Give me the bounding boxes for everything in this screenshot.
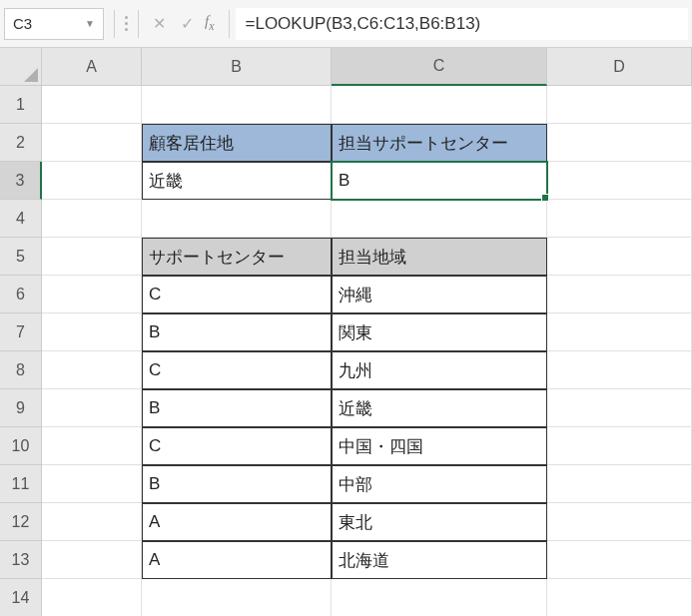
cell-A14[interactable]	[42, 579, 142, 616]
cell-C14[interactable]	[332, 579, 547, 616]
cell-B10[interactable]: C	[142, 427, 332, 465]
row-header-3[interactable]: 3	[0, 162, 42, 200]
cell-D14[interactable]	[547, 579, 692, 616]
cell-C2[interactable]: 担当サポートセンター	[332, 124, 547, 162]
row-header-11[interactable]: 11	[0, 465, 42, 503]
cell-B4[interactable]	[142, 200, 332, 238]
col-header-B[interactable]: B	[142, 48, 332, 86]
enter-formula-button[interactable]: ✓	[173, 10, 201, 38]
cell-B12[interactable]: A	[142, 503, 332, 541]
cell-C5[interactable]: 担当地域	[332, 238, 547, 276]
cell-B11[interactable]: B	[142, 465, 332, 503]
formula-bar: C3 ▼ ✕ ✓ fx =LOOKUP(B3,C6:C13,B6:B13)	[0, 0, 692, 48]
cell-B6[interactable]: C	[142, 276, 332, 313]
cell-B8[interactable]: C	[142, 351, 332, 389]
cell-C1[interactable]	[332, 86, 547, 124]
cell-D11[interactable]	[547, 465, 692, 503]
cell-B1[interactable]	[142, 86, 332, 124]
row-header-13[interactable]: 13	[0, 541, 42, 579]
cell-A13[interactable]	[42, 541, 142, 579]
cell-B5[interactable]: サポートセンター	[142, 238, 332, 276]
col-header-A[interactable]: A	[42, 48, 142, 86]
spreadsheet-grid: A B C D 1 2 顧客居住地 担当サポートセンター 3 近畿 B 4 5 …	[0, 48, 692, 616]
cell-C6[interactable]: 沖縄	[332, 276, 547, 313]
cell-D1[interactable]	[547, 86, 692, 124]
formula-input[interactable]: =LOOKUP(B3,C6:C13,B6:B13)	[236, 8, 689, 40]
cell-C9[interactable]: 近畿	[332, 389, 547, 427]
cell-A6[interactable]	[42, 276, 142, 313]
cell-C12[interactable]: 東北	[332, 503, 547, 541]
row-header-14[interactable]: 14	[0, 579, 42, 616]
divider	[138, 10, 139, 38]
cell-A4[interactable]	[42, 200, 142, 238]
cancel-formula-button[interactable]: ✕	[145, 10, 173, 38]
cell-D10[interactable]	[547, 427, 692, 465]
cell-B9[interactable]: B	[142, 389, 332, 427]
name-box[interactable]: C3 ▼	[4, 8, 104, 40]
cell-C3[interactable]: B	[332, 162, 547, 200]
select-all-corner[interactable]	[0, 48, 42, 86]
cell-A12[interactable]	[42, 503, 142, 541]
row-header-7[interactable]: 7	[0, 313, 42, 351]
row-header-8[interactable]: 8	[0, 351, 42, 389]
fx-icon[interactable]: fx	[205, 13, 215, 34]
cell-D2[interactable]	[547, 124, 692, 162]
col-header-D[interactable]: D	[547, 48, 692, 86]
cell-C13[interactable]: 北海道	[332, 541, 547, 579]
cell-B7[interactable]: B	[142, 313, 332, 351]
formula-text: =LOOKUP(B3,C6:C13,B6:B13)	[246, 14, 481, 34]
cell-D4[interactable]	[547, 200, 692, 238]
cell-A1[interactable]	[42, 86, 142, 124]
name-box-value: C3	[13, 15, 32, 32]
row-header-1[interactable]: 1	[0, 86, 42, 124]
cell-D8[interactable]	[547, 351, 692, 389]
cell-B14[interactable]	[142, 579, 332, 616]
row-header-4[interactable]: 4	[0, 200, 42, 238]
cell-C10[interactable]: 中国・四国	[332, 427, 547, 465]
cell-A9[interactable]	[42, 389, 142, 427]
name-box-dropdown-icon[interactable]: ▼	[85, 18, 95, 29]
cell-B2[interactable]: 顧客居住地	[142, 124, 332, 162]
cell-A7[interactable]	[42, 313, 142, 351]
row-header-10[interactable]: 10	[0, 427, 42, 465]
cell-A2[interactable]	[42, 124, 142, 162]
cell-C8[interactable]: 九州	[332, 351, 547, 389]
cell-D6[interactable]	[547, 276, 692, 313]
expand-dots-icon[interactable]	[125, 16, 128, 31]
cell-D9[interactable]	[547, 389, 692, 427]
cell-C4[interactable]	[332, 200, 547, 238]
cell-D7[interactable]	[547, 313, 692, 351]
cell-A11[interactable]	[42, 465, 142, 503]
cell-A5[interactable]	[42, 238, 142, 276]
cell-A8[interactable]	[42, 351, 142, 389]
row-header-6[interactable]: 6	[0, 276, 42, 313]
cell-A10[interactable]	[42, 427, 142, 465]
cell-B3[interactable]: 近畿	[142, 162, 332, 200]
cell-C11[interactable]: 中部	[332, 465, 547, 503]
col-header-C[interactable]: C	[332, 48, 547, 86]
divider	[114, 10, 115, 38]
row-header-12[interactable]: 12	[0, 503, 42, 541]
row-header-2[interactable]: 2	[0, 124, 42, 162]
cell-D3[interactable]	[547, 162, 692, 200]
cell-D12[interactable]	[547, 503, 692, 541]
cell-A3[interactable]	[42, 162, 142, 200]
cell-C7[interactable]: 関東	[332, 313, 547, 351]
cell-D5[interactable]	[547, 238, 692, 276]
row-header-9[interactable]: 9	[0, 389, 42, 427]
divider	[229, 10, 230, 38]
cell-D13[interactable]	[547, 541, 692, 579]
cell-B13[interactable]: A	[142, 541, 332, 579]
row-header-5[interactable]: 5	[0, 238, 42, 276]
